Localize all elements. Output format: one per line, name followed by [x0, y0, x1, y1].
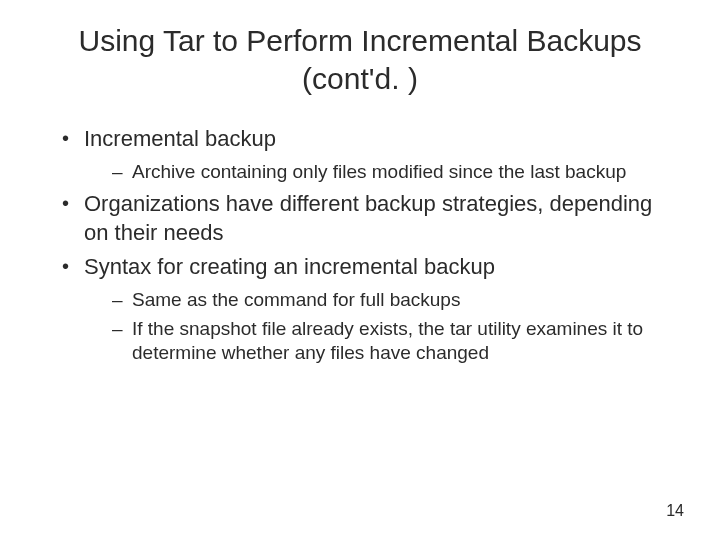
slide: Using Tar to Perform Incremental Backups…: [0, 0, 720, 540]
list-item: If the snapshot file already exists, the…: [112, 317, 680, 366]
page-number: 14: [666, 502, 684, 520]
bullet-text: Organizations have different backup stra…: [84, 191, 652, 245]
list-item: Organizations have different backup stra…: [62, 190, 680, 247]
bullet-text: If the snapshot file already exists, the…: [132, 318, 643, 364]
sub-list: Archive containing only files modified s…: [84, 160, 680, 185]
list-item: Archive containing only files modified s…: [112, 160, 680, 185]
list-item: Incremental backup Archive containing on…: [62, 125, 680, 184]
bullet-text: Incremental backup: [84, 126, 276, 151]
bullet-list: Incremental backup Archive containing on…: [40, 125, 680, 366]
bullet-text: Archive containing only files modified s…: [132, 161, 626, 182]
bullet-text: Same as the command for full backups: [132, 289, 460, 310]
list-item: Same as the command for full backups: [112, 288, 680, 313]
slide-title: Using Tar to Perform Incremental Backups…: [70, 22, 650, 97]
sub-list: Same as the command for full backups If …: [84, 288, 680, 366]
list-item: Syntax for creating an incremental backu…: [62, 253, 680, 366]
bullet-text: Syntax for creating an incremental backu…: [84, 254, 495, 279]
